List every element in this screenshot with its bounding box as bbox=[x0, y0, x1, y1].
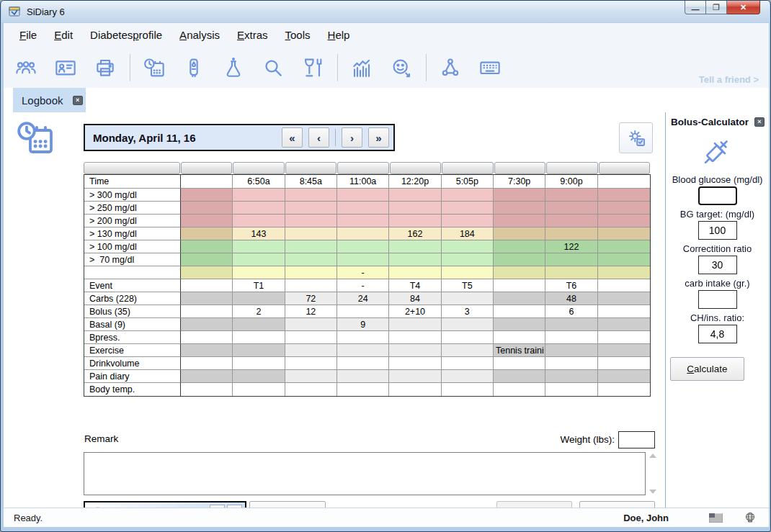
table-cell[interactable] bbox=[389, 344, 441, 357]
share-icon[interactable] bbox=[438, 55, 463, 80]
table-cell[interactable] bbox=[442, 202, 494, 215]
table-cell[interactable]: 2+10 bbox=[389, 305, 441, 318]
table-cell[interactable]: - bbox=[337, 279, 389, 292]
table-cell[interactable]: 143 bbox=[233, 227, 285, 240]
bolus-field-input[interactable] bbox=[698, 256, 737, 274]
table-cell[interactable] bbox=[233, 266, 285, 279]
table-cell[interactable] bbox=[337, 357, 389, 370]
table-cell[interactable] bbox=[598, 279, 650, 292]
table-cell[interactable] bbox=[442, 383, 494, 396]
first-day-button[interactable]: « bbox=[282, 127, 303, 148]
table-cell[interactable] bbox=[337, 370, 389, 383]
table-cell[interactable] bbox=[389, 331, 441, 344]
column-header-button[interactable] bbox=[181, 162, 232, 174]
table-cell[interactable] bbox=[389, 266, 441, 279]
remark-scrollbar[interactable] bbox=[647, 452, 658, 495]
table-cell[interactable] bbox=[442, 292, 494, 305]
table-cell[interactable]: T1 bbox=[233, 279, 285, 292]
table-cell[interactable]: T6 bbox=[545, 279, 597, 292]
table-cell[interactable] bbox=[598, 305, 650, 318]
column-header-button[interactable] bbox=[546, 162, 597, 174]
table-cell[interactable] bbox=[285, 318, 337, 331]
table-cell[interactable]: 162 bbox=[389, 227, 441, 240]
online-globe-icon[interactable] bbox=[744, 512, 756, 523]
bolus-field-input[interactable] bbox=[698, 186, 737, 205]
previous-day-button[interactable]: ‹ bbox=[308, 127, 329, 148]
table-cell[interactable] bbox=[285, 383, 337, 396]
table-cell[interactable] bbox=[285, 240, 337, 253]
table-cell[interactable] bbox=[545, 215, 597, 227]
time-column-header[interactable]: 8:45a bbox=[285, 175, 337, 189]
weight-input[interactable] bbox=[618, 431, 655, 448]
table-cell[interactable]: 2 bbox=[233, 305, 285, 318]
table-cell[interactable] bbox=[598, 202, 650, 215]
table-cell[interactable]: 48 bbox=[545, 292, 597, 305]
table-cell[interactable]: 72 bbox=[285, 292, 337, 305]
table-cell[interactable] bbox=[337, 215, 389, 227]
menu-diabetesprofile[interactable]: Diabetesprofile bbox=[81, 26, 171, 44]
glucose-meter-icon[interactable] bbox=[182, 55, 206, 80]
table-cell[interactable] bbox=[442, 344, 494, 357]
time-column-header[interactable] bbox=[181, 175, 233, 189]
contact-card-icon[interactable] bbox=[53, 55, 78, 80]
table-cell[interactable] bbox=[285, 266, 337, 279]
table-cell[interactable] bbox=[181, 344, 233, 357]
time-column-header[interactable]: 7:30p bbox=[494, 175, 545, 189]
table-cell[interactable] bbox=[181, 383, 233, 396]
table-cell[interactable] bbox=[598, 357, 650, 370]
table-cell[interactable]: - bbox=[337, 266, 389, 279]
wizard-smiley-icon[interactable] bbox=[389, 55, 414, 80]
table-cell[interactable] bbox=[545, 253, 597, 266]
table-cell[interactable]: T4 bbox=[389, 279, 441, 292]
language-flag-icon[interactable] bbox=[709, 513, 723, 523]
table-cell[interactable] bbox=[442, 357, 494, 370]
table-cell[interactable] bbox=[442, 215, 494, 227]
remark-textarea[interactable] bbox=[84, 452, 646, 495]
table-cell[interactable] bbox=[181, 202, 233, 215]
table-cell[interactable] bbox=[233, 318, 285, 331]
patients-icon[interactable] bbox=[14, 55, 38, 80]
table-cell[interactable] bbox=[233, 292, 285, 305]
table-cell[interactable] bbox=[285, 227, 337, 240]
table-cell[interactable] bbox=[285, 279, 337, 292]
table-cell[interactable] bbox=[233, 383, 285, 396]
table-cell[interactable] bbox=[233, 370, 285, 383]
tell-a-friend-link[interactable]: Tell a friend > bbox=[699, 74, 759, 85]
table-cell[interactable] bbox=[494, 279, 545, 292]
table-cell[interactable] bbox=[442, 370, 494, 383]
time-column-header[interactable] bbox=[598, 175, 650, 189]
table-cell[interactable] bbox=[337, 344, 389, 357]
table-cell[interactable] bbox=[442, 318, 494, 331]
time-column-header[interactable]: 11:00a bbox=[337, 175, 389, 189]
table-cell[interactable]: T5 bbox=[442, 279, 494, 292]
table-cell[interactable]: 24 bbox=[337, 292, 389, 305]
menu-tools[interactable]: Tools bbox=[277, 26, 319, 44]
tab-close-icon[interactable]: × bbox=[73, 96, 83, 105]
table-cell[interactable] bbox=[598, 253, 650, 266]
table-cell[interactable] bbox=[545, 318, 597, 331]
table-cell[interactable] bbox=[285, 357, 337, 370]
column-header-button[interactable] bbox=[84, 162, 180, 174]
table-cell[interactable] bbox=[545, 202, 597, 215]
search-icon[interactable] bbox=[261, 55, 285, 80]
bolus-field-input[interactable] bbox=[698, 325, 737, 343]
table-cell[interactable] bbox=[337, 189, 389, 202]
table-cell[interactable] bbox=[285, 344, 337, 357]
table-cell[interactable] bbox=[233, 202, 285, 215]
table-cell[interactable]: 6 bbox=[545, 305, 597, 318]
table-cell[interactable] bbox=[598, 383, 650, 396]
table-cell[interactable] bbox=[233, 189, 285, 202]
table-cell[interactable] bbox=[545, 331, 597, 344]
table-cell[interactable] bbox=[181, 240, 233, 253]
table-cell[interactable] bbox=[494, 189, 545, 202]
table-cell[interactable] bbox=[181, 215, 233, 227]
statistics-icon[interactable] bbox=[349, 55, 374, 80]
table-cell[interactable] bbox=[389, 318, 441, 331]
table-cell[interactable] bbox=[598, 227, 650, 240]
table-cell[interactable] bbox=[494, 202, 545, 215]
table-cell[interactable] bbox=[233, 253, 285, 266]
next-day-button[interactable]: › bbox=[342, 127, 362, 148]
table-cell[interactable] bbox=[337, 240, 389, 253]
calculate-button[interactable]: Calculate bbox=[670, 357, 744, 381]
table-cell[interactable] bbox=[233, 215, 285, 227]
